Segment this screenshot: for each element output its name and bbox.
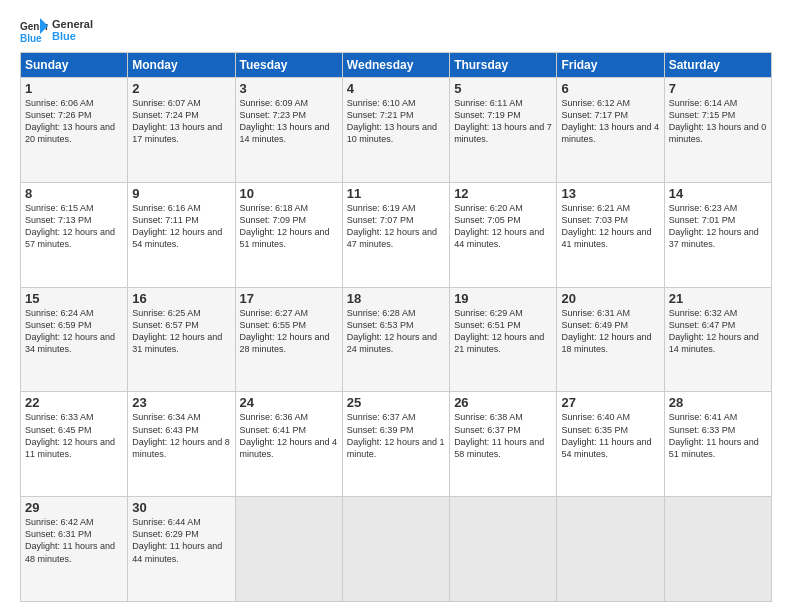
cell-info: Sunrise: 6:16 AM Sunset: 7:11 PM Dayligh… — [132, 202, 230, 251]
logo: General Blue General Blue — [20, 16, 93, 44]
calendar-cell: 19 Sunrise: 6:29 AM Sunset: 6:51 PM Dayl… — [450, 287, 557, 392]
cell-info: Sunrise: 6:20 AM Sunset: 7:05 PM Dayligh… — [454, 202, 552, 251]
day-number: 10 — [240, 186, 338, 201]
cell-info: Sunrise: 6:25 AM Sunset: 6:57 PM Dayligh… — [132, 307, 230, 356]
calendar-week-row: 22 Sunrise: 6:33 AM Sunset: 6:45 PM Dayl… — [21, 392, 772, 497]
day-number: 17 — [240, 291, 338, 306]
calendar-cell — [557, 497, 664, 602]
day-number: 21 — [669, 291, 767, 306]
cell-info: Sunrise: 6:41 AM Sunset: 6:33 PM Dayligh… — [669, 411, 767, 460]
day-number: 5 — [454, 81, 552, 96]
calendar-cell: 21 Sunrise: 6:32 AM Sunset: 6:47 PM Dayl… — [664, 287, 771, 392]
cell-info: Sunrise: 6:37 AM Sunset: 6:39 PM Dayligh… — [347, 411, 445, 460]
calendar-cell: 2 Sunrise: 6:07 AM Sunset: 7:24 PM Dayli… — [128, 78, 235, 183]
day-number: 15 — [25, 291, 123, 306]
cell-info: Sunrise: 6:21 AM Sunset: 7:03 PM Dayligh… — [561, 202, 659, 251]
calendar-cell: 11 Sunrise: 6:19 AM Sunset: 7:07 PM Dayl… — [342, 182, 449, 287]
day-number: 25 — [347, 395, 445, 410]
calendar-cell: 6 Sunrise: 6:12 AM Sunset: 7:17 PM Dayli… — [557, 78, 664, 183]
calendar-cell: 17 Sunrise: 6:27 AM Sunset: 6:55 PM Dayl… — [235, 287, 342, 392]
cell-info: Sunrise: 6:14 AM Sunset: 7:15 PM Dayligh… — [669, 97, 767, 146]
cell-info: Sunrise: 6:42 AM Sunset: 6:31 PM Dayligh… — [25, 516, 123, 565]
logo-line1: General — [52, 18, 93, 30]
cell-info: Sunrise: 6:07 AM Sunset: 7:24 PM Dayligh… — [132, 97, 230, 146]
day-number: 14 — [669, 186, 767, 201]
calendar-cell — [235, 497, 342, 602]
cell-info: Sunrise: 6:31 AM Sunset: 6:49 PM Dayligh… — [561, 307, 659, 356]
calendar-cell: 5 Sunrise: 6:11 AM Sunset: 7:19 PM Dayli… — [450, 78, 557, 183]
svg-text:Blue: Blue — [20, 33, 42, 44]
calendar-cell: 22 Sunrise: 6:33 AM Sunset: 6:45 PM Dayl… — [21, 392, 128, 497]
day-number: 8 — [25, 186, 123, 201]
day-number: 27 — [561, 395, 659, 410]
cell-info: Sunrise: 6:40 AM Sunset: 6:35 PM Dayligh… — [561, 411, 659, 460]
day-number: 30 — [132, 500, 230, 515]
calendar-cell: 25 Sunrise: 6:37 AM Sunset: 6:39 PM Dayl… — [342, 392, 449, 497]
calendar-week-row: 29 Sunrise: 6:42 AM Sunset: 6:31 PM Dayl… — [21, 497, 772, 602]
calendar-cell: 30 Sunrise: 6:44 AM Sunset: 6:29 PM Dayl… — [128, 497, 235, 602]
calendar-cell: 20 Sunrise: 6:31 AM Sunset: 6:49 PM Dayl… — [557, 287, 664, 392]
day-number: 28 — [669, 395, 767, 410]
cell-info: Sunrise: 6:34 AM Sunset: 6:43 PM Dayligh… — [132, 411, 230, 460]
cell-info: Sunrise: 6:12 AM Sunset: 7:17 PM Dayligh… — [561, 97, 659, 146]
day-header-saturday: Saturday — [664, 53, 771, 78]
day-header-monday: Monday — [128, 53, 235, 78]
day-number: 3 — [240, 81, 338, 96]
calendar-cell: 10 Sunrise: 6:18 AM Sunset: 7:09 PM Dayl… — [235, 182, 342, 287]
day-number: 2 — [132, 81, 230, 96]
calendar-table: SundayMondayTuesdayWednesdayThursdayFrid… — [20, 52, 772, 602]
calendar-cell: 24 Sunrise: 6:36 AM Sunset: 6:41 PM Dayl… — [235, 392, 342, 497]
cell-info: Sunrise: 6:11 AM Sunset: 7:19 PM Dayligh… — [454, 97, 552, 146]
calendar-cell: 14 Sunrise: 6:23 AM Sunset: 7:01 PM Dayl… — [664, 182, 771, 287]
page-header: General Blue General Blue — [20, 16, 772, 44]
day-header-wednesday: Wednesday — [342, 53, 449, 78]
day-number: 20 — [561, 291, 659, 306]
calendar-cell: 29 Sunrise: 6:42 AM Sunset: 6:31 PM Dayl… — [21, 497, 128, 602]
calendar-cell: 7 Sunrise: 6:14 AM Sunset: 7:15 PM Dayli… — [664, 78, 771, 183]
cell-info: Sunrise: 6:10 AM Sunset: 7:21 PM Dayligh… — [347, 97, 445, 146]
logo-icon: General Blue — [20, 16, 48, 44]
cell-info: Sunrise: 6:15 AM Sunset: 7:13 PM Dayligh… — [25, 202, 123, 251]
cell-info: Sunrise: 6:29 AM Sunset: 6:51 PM Dayligh… — [454, 307, 552, 356]
calendar-header-row: SundayMondayTuesdayWednesdayThursdayFrid… — [21, 53, 772, 78]
calendar-cell: 8 Sunrise: 6:15 AM Sunset: 7:13 PM Dayli… — [21, 182, 128, 287]
day-header-friday: Friday — [557, 53, 664, 78]
calendar-cell — [342, 497, 449, 602]
calendar-cell: 23 Sunrise: 6:34 AM Sunset: 6:43 PM Dayl… — [128, 392, 235, 497]
day-number: 9 — [132, 186, 230, 201]
day-number: 16 — [132, 291, 230, 306]
cell-info: Sunrise: 6:24 AM Sunset: 6:59 PM Dayligh… — [25, 307, 123, 356]
cell-info: Sunrise: 6:32 AM Sunset: 6:47 PM Dayligh… — [669, 307, 767, 356]
day-header-sunday: Sunday — [21, 53, 128, 78]
calendar-cell: 15 Sunrise: 6:24 AM Sunset: 6:59 PM Dayl… — [21, 287, 128, 392]
day-number: 22 — [25, 395, 123, 410]
calendar-cell: 9 Sunrise: 6:16 AM Sunset: 7:11 PM Dayli… — [128, 182, 235, 287]
calendar-cell — [664, 497, 771, 602]
calendar-cell: 3 Sunrise: 6:09 AM Sunset: 7:23 PM Dayli… — [235, 78, 342, 183]
logo-line2: Blue — [52, 30, 93, 42]
calendar-week-row: 1 Sunrise: 6:06 AM Sunset: 7:26 PM Dayli… — [21, 78, 772, 183]
calendar-week-row: 8 Sunrise: 6:15 AM Sunset: 7:13 PM Dayli… — [21, 182, 772, 287]
cell-info: Sunrise: 6:18 AM Sunset: 7:09 PM Dayligh… — [240, 202, 338, 251]
cell-info: Sunrise: 6:33 AM Sunset: 6:45 PM Dayligh… — [25, 411, 123, 460]
cell-info: Sunrise: 6:28 AM Sunset: 6:53 PM Dayligh… — [347, 307, 445, 356]
cell-info: Sunrise: 6:06 AM Sunset: 7:26 PM Dayligh… — [25, 97, 123, 146]
day-number: 26 — [454, 395, 552, 410]
day-number: 12 — [454, 186, 552, 201]
day-number: 11 — [347, 186, 445, 201]
day-number: 7 — [669, 81, 767, 96]
calendar-cell: 12 Sunrise: 6:20 AM Sunset: 7:05 PM Dayl… — [450, 182, 557, 287]
day-header-tuesday: Tuesday — [235, 53, 342, 78]
calendar-cell: 26 Sunrise: 6:38 AM Sunset: 6:37 PM Dayl… — [450, 392, 557, 497]
day-number: 19 — [454, 291, 552, 306]
cell-info: Sunrise: 6:23 AM Sunset: 7:01 PM Dayligh… — [669, 202, 767, 251]
calendar-cell: 18 Sunrise: 6:28 AM Sunset: 6:53 PM Dayl… — [342, 287, 449, 392]
calendar-cell: 13 Sunrise: 6:21 AM Sunset: 7:03 PM Dayl… — [557, 182, 664, 287]
cell-info: Sunrise: 6:27 AM Sunset: 6:55 PM Dayligh… — [240, 307, 338, 356]
day-number: 4 — [347, 81, 445, 96]
calendar-cell — [450, 497, 557, 602]
day-number: 18 — [347, 291, 445, 306]
calendar-cell: 4 Sunrise: 6:10 AM Sunset: 7:21 PM Dayli… — [342, 78, 449, 183]
calendar-cell: 1 Sunrise: 6:06 AM Sunset: 7:26 PM Dayli… — [21, 78, 128, 183]
cell-info: Sunrise: 6:36 AM Sunset: 6:41 PM Dayligh… — [240, 411, 338, 460]
